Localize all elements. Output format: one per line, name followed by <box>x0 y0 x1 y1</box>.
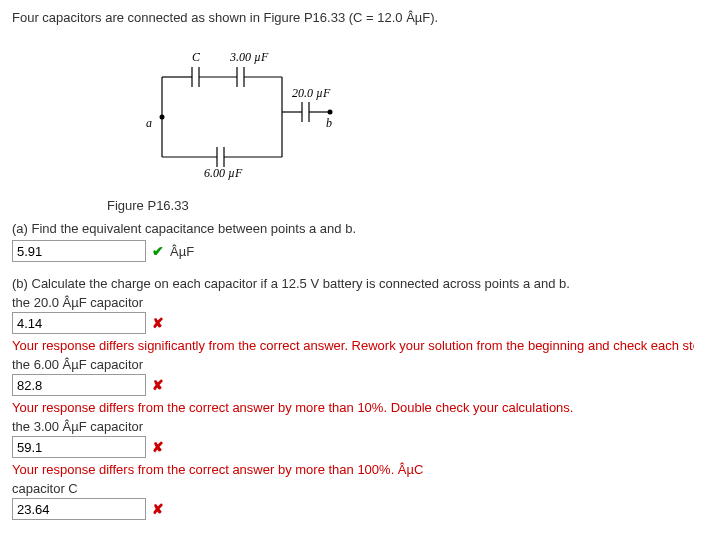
b4-row: ✘ <box>12 498 694 520</box>
b2-row: ✘ <box>12 374 694 396</box>
x-icon: ✘ <box>152 315 164 331</box>
b3-input[interactable] <box>12 436 146 458</box>
x-icon: ✘ <box>152 501 164 517</box>
check-icon: ✔ <box>152 243 164 259</box>
part-b-prompt: (b) Calculate the charge on each capacit… <box>12 276 694 291</box>
part-a-answer-row: ✔ ÂµF <box>12 240 694 262</box>
b2-label: the 6.00 ÂµF capacitor <box>12 357 694 372</box>
svg-point-18 <box>160 115 165 120</box>
b2-input[interactable] <box>12 374 146 396</box>
b1-input[interactable] <box>12 312 146 334</box>
part-a-prompt: (a) Find the equivalent capacitance betw… <box>12 221 694 236</box>
b1-feedback: Your response differs significantly from… <box>12 338 694 353</box>
b3-feedback: Your response differs from the correct a… <box>12 462 694 477</box>
b4-input[interactable] <box>12 498 146 520</box>
part-a-input[interactable] <box>12 240 146 262</box>
x-icon: ✘ <box>152 377 164 393</box>
b2-feedback: Your response differs from the correct a… <box>12 400 694 415</box>
part-a-unit: ÂµF <box>170 244 194 259</box>
b3-row: ✘ <box>12 436 694 458</box>
label-20uf: 20.0 µF <box>292 86 331 100</box>
node-b: b <box>326 116 332 130</box>
label-3uf: 3.00 µF <box>229 50 269 64</box>
x-icon: ✘ <box>152 439 164 455</box>
problem-statement: Four capacitors are connected as shown i… <box>12 10 694 25</box>
node-a: a <box>146 116 152 130</box>
figure-caption: Figure P16.33 <box>107 198 694 213</box>
b1-label: the 20.0 ÂµF capacitor <box>12 295 694 310</box>
label-c: C <box>192 50 201 64</box>
b4-label: capacitor C <box>12 481 694 496</box>
svg-point-19 <box>328 110 333 115</box>
label-6uf: 6.00 µF <box>204 166 243 180</box>
circuit-figure: C 3.00 µF 20.0 µF 6.00 µF a b <box>132 37 694 190</box>
b3-label: the 3.00 ÂµF capacitor <box>12 419 694 434</box>
b1-row: ✘ <box>12 312 694 334</box>
